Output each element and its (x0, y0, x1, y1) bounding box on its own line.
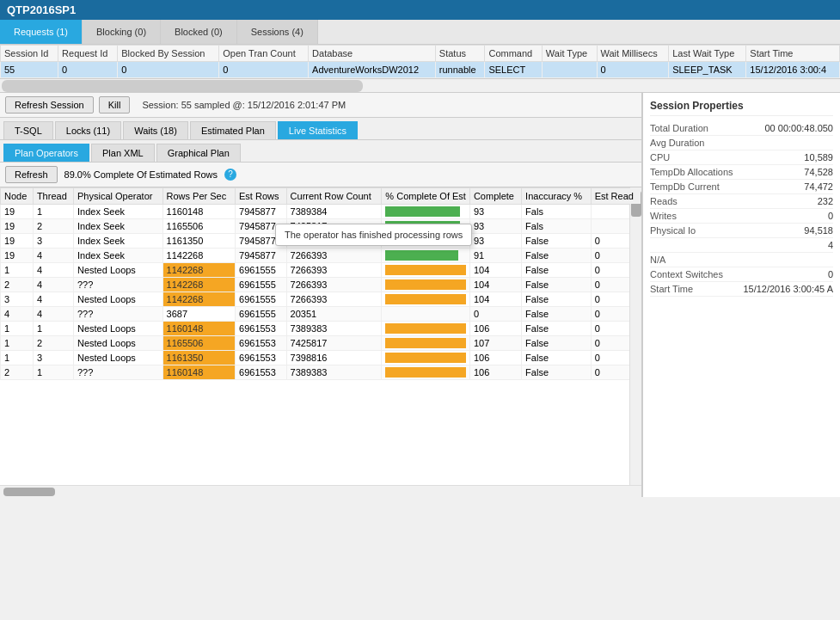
op-col-est-read[interactable]: Est Read (591, 188, 641, 205)
table-row[interactable]: 1 3 Nested Loops 1161350 6961553 7398816… (1, 351, 641, 365)
col-database[interactable]: Database (309, 46, 436, 62)
table-row[interactable]: 2 1 ??? 1160148 6961553 7389383 106 Fals… (1, 365, 641, 380)
tab-plan-xml[interactable]: Plan XML (91, 144, 155, 162)
refresh-session-button[interactable]: Refresh Session (5, 96, 94, 114)
cell-node: 2 (1, 365, 34, 380)
prop-row: Writes 0 (650, 209, 833, 224)
tab-estimated-plan[interactable]: Estimated Plan (190, 121, 276, 139)
col-open-tran[interactable]: Open Tran Count (219, 46, 309, 62)
cell-est-rows: 7945877 (236, 205, 287, 219)
bottom-scrollbar[interactable] (0, 485, 641, 497)
table-row[interactable]: 19 1 Index Seek 1160148 7945877 7389384 … (1, 205, 641, 219)
table-row[interactable]: 1 1 Nested Loops 1160148 6961553 7389383… (1, 322, 641, 336)
cell-request-id: 0 (58, 62, 118, 78)
cell-current-rows: 7389383 (286, 322, 382, 336)
col-start-time[interactable]: Start Time (746, 46, 840, 62)
prop-value: 74,528 (804, 167, 833, 177)
tab-locks[interactable]: Locks (11) (55, 121, 121, 139)
op-col-node[interactable]: Node (1, 188, 34, 205)
op-col-rows-per-sec[interactable]: Rows Per Sec (162, 188, 236, 205)
cell-complete: 93 (469, 205, 521, 219)
table-row[interactable]: 4 4 ??? 3687 6961555 20351 0 False 0 (1, 307, 641, 322)
plan-tab-bar: Plan Operators Plan XML Graphical Plan (0, 140, 641, 163)
tab-tsql[interactable]: T-SQL (3, 121, 53, 139)
col-command[interactable]: Command (485, 46, 542, 62)
col-blocked-by[interactable]: Blocked By Session (118, 46, 219, 62)
cell-est-rows: 6961555 (236, 292, 287, 307)
table-row[interactable]: 1 4 Nested Loops 1142268 6961555 7266393… (1, 263, 641, 278)
op-col-complete[interactable]: Complete (469, 188, 521, 205)
prop-label: TempDb Current (650, 181, 720, 192)
cell-thread: 2 (33, 219, 73, 234)
op-col-inaccuracy[interactable]: Inaccuracy % (522, 188, 592, 205)
tab-plan-operators[interactable]: Plan Operators (3, 144, 89, 162)
tab-live-statistics[interactable]: Live Statistics (278, 121, 358, 139)
cell-complete: 0 (469, 307, 521, 322)
op-col-est-rows[interactable]: Est Rows (236, 188, 287, 205)
cell-inaccuracy: False (522, 351, 592, 365)
op-col-pct-complete[interactable]: % Complete Of Est (382, 188, 470, 205)
cell-complete: 93 (469, 234, 521, 249)
cell-pct-bar (382, 205, 470, 219)
cell-rows-per-sec: 1160148 (162, 205, 236, 219)
tab-graphical-plan[interactable]: Graphical Plan (156, 144, 241, 162)
col-status[interactable]: Status (435, 46, 485, 62)
prop-row: Total Duration 00 00:00:48.050 (650, 121, 833, 136)
table-row[interactable]: 1 2 Nested Loops 1165506 6961553 7425817… (1, 336, 641, 351)
prop-value: 15/12/2016 3:00:45 A (743, 284, 833, 294)
prop-label: Physical Io (650, 225, 696, 236)
cell-current-rows: 7425817 (286, 336, 382, 351)
cell-thread: 4 (33, 292, 73, 307)
col-last-wait[interactable]: Last Wait Type (669, 46, 746, 62)
cell-complete: 104 (469, 263, 521, 278)
prop-row: 4 (650, 238, 833, 253)
tab-sessions[interactable]: Sessions (4) (237, 20, 318, 44)
prop-row: N/A (650, 253, 833, 267)
cell-open-tran: 0 (219, 62, 309, 78)
col-wait-ms[interactable]: Wait Millisecs (597, 46, 669, 62)
cell-database: AdventureWorksDW2012 (309, 62, 436, 78)
refresh-button[interactable]: Refresh (5, 166, 58, 183)
bottom-section: Refresh Session Kill Session: 55 sampled… (0, 93, 840, 497)
kill-button[interactable]: Kill (99, 96, 131, 114)
op-col-operator[interactable]: Physical Operator (73, 188, 162, 205)
cell-node: 1 (1, 351, 34, 365)
tab-waits[interactable]: Waits (18) (123, 121, 188, 139)
cell-thread: 2 (33, 336, 73, 351)
table-row[interactable]: 3 4 Nested Loops 1142268 6961555 7266393… (1, 292, 641, 307)
tab-blocking[interactable]: Blocking (0) (83, 20, 161, 44)
table-row[interactable]: 55 0 0 0 AdventureWorksDW2012 runnable S… (1, 62, 840, 78)
prop-label: Avg Duration (650, 138, 704, 148)
col-wait-type[interactable]: Wait Type (542, 46, 597, 62)
cell-est-rows: 6961553 (236, 351, 287, 365)
cell-est-rows: 6961555 (236, 263, 287, 278)
cell-est-rows: 6961553 (236, 322, 287, 336)
op-col-current-rows[interactable]: Current Row Count (286, 188, 382, 205)
tab-blocked[interactable]: Blocked (0) (161, 20, 237, 44)
tab-requests[interactable]: Requests (1) (0, 20, 83, 44)
prop-label: Start Time (650, 284, 693, 294)
table-row[interactable]: 2 4 ??? 1142268 6961555 7266393 104 Fals… (1, 278, 641, 292)
cell-rows-per-sec: 1160148 (162, 365, 236, 380)
cell-inaccuracy: Fals (522, 219, 592, 234)
cell-blocked-by: 0 (118, 62, 219, 78)
horizontal-scrollbar[interactable] (0, 79, 840, 93)
cell-pct-bar (382, 249, 470, 263)
cell-complete: 104 (469, 278, 521, 292)
cell-operator: Index Seek (73, 234, 162, 249)
prop-label: Context Switches (650, 269, 723, 279)
cell-pct-bar (382, 292, 470, 307)
prop-label: TempDb Allocations (650, 167, 733, 177)
col-request-id[interactable]: Request Id (58, 46, 118, 62)
table-row[interactable]: 19 4 Index Seek 1142268 7945877 7266393 … (1, 249, 641, 263)
prop-value: 00 00:00:48.050 (764, 123, 833, 133)
vertical-scrollbar[interactable] (629, 187, 641, 485)
main-tab-bar: Requests (1) Blocking (0) Blocked (0) Se… (0, 20, 840, 45)
col-session-id[interactable]: Session Id (1, 46, 58, 62)
cell-operator: Nested Loops (73, 263, 162, 278)
op-col-thread[interactable]: Thread (33, 188, 73, 205)
cell-inaccuracy: False (522, 322, 592, 336)
help-icon[interactable]: ? (224, 169, 236, 181)
cell-node: 19 (1, 249, 34, 263)
cell-thread: 4 (33, 263, 73, 278)
